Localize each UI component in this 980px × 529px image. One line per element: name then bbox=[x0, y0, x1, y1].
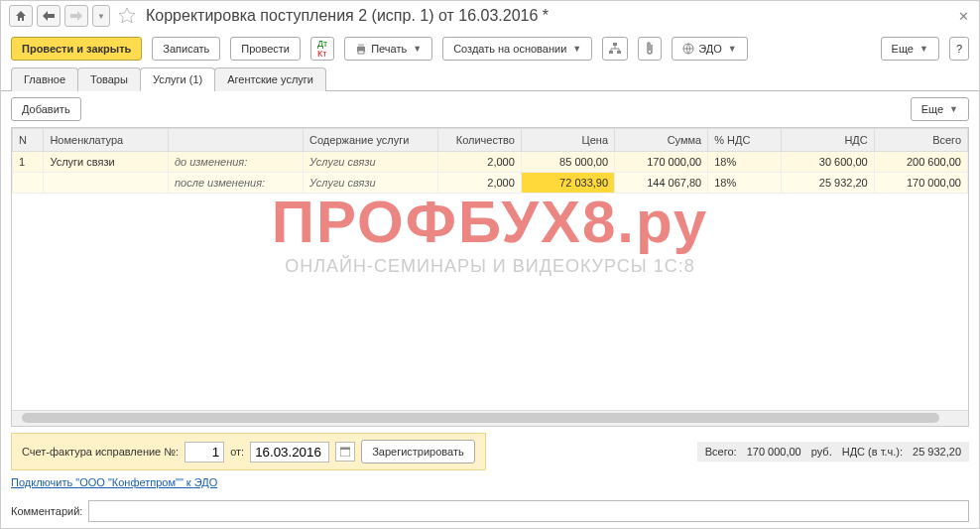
services-table[interactable]: N Номенклатура Содержание услуги Количес… bbox=[12, 128, 968, 194]
create-based-button[interactable]: Создать на основании▼ bbox=[442, 37, 592, 61]
col-vat[interactable]: НДС bbox=[781, 129, 874, 152]
post-and-close-button[interactable]: Провести и закрыть bbox=[11, 37, 142, 61]
forward-button[interactable] bbox=[64, 5, 88, 27]
svg-rect-1 bbox=[358, 44, 364, 47]
col-price[interactable]: Цена bbox=[521, 129, 614, 152]
close-icon[interactable]: ✕ bbox=[958, 9, 969, 24]
col-sum[interactable]: Сумма bbox=[615, 129, 708, 152]
col-desc[interactable]: Содержание услуги bbox=[304, 129, 438, 152]
sf-date-input[interactable] bbox=[250, 442, 329, 463]
edo-button[interactable]: ЭДО▼ bbox=[672, 37, 747, 61]
comment-label: Комментарий: bbox=[11, 505, 82, 517]
more-button[interactable]: Еще▼ bbox=[881, 37, 939, 61]
add-button[interactable]: Добавить bbox=[11, 97, 81, 121]
tab-agent[interactable]: Агентские услуги bbox=[214, 67, 326, 91]
nav-dropdown[interactable]: ▼ bbox=[92, 5, 110, 27]
col-total[interactable]: Всего bbox=[874, 129, 967, 152]
col-nomen[interactable]: Номенклатура bbox=[44, 129, 169, 152]
active-cell[interactable]: 72 033,90 bbox=[521, 173, 614, 194]
table-row-after[interactable]: после изменения: Услуги связи 2,000 72 0… bbox=[13, 173, 968, 194]
calendar-button[interactable] bbox=[335, 442, 355, 462]
svg-rect-8 bbox=[340, 448, 350, 450]
tab-goods[interactable]: Товары bbox=[77, 67, 141, 91]
horizontal-scrollbar[interactable] bbox=[12, 410, 968, 426]
watermark: ПРОФБУХ8.ру ОНЛАЙН-СЕМИНАРЫ И ВИДЕОКУРСЫ… bbox=[12, 188, 968, 277]
save-button[interactable]: Записать bbox=[152, 37, 220, 61]
comment-input[interactable] bbox=[88, 500, 969, 522]
svg-rect-2 bbox=[358, 51, 364, 54]
home-button[interactable] bbox=[9, 5, 33, 27]
svg-rect-3 bbox=[613, 43, 617, 46]
help-button[interactable]: ? bbox=[949, 37, 969, 61]
svg-rect-4 bbox=[609, 51, 613, 54]
col-state[interactable] bbox=[168, 129, 303, 152]
date-label: от: bbox=[230, 446, 244, 458]
col-vatp[interactable]: % НДС bbox=[708, 129, 781, 152]
back-button[interactable] bbox=[37, 5, 61, 27]
col-qty[interactable]: Количество bbox=[438, 129, 522, 152]
attach-button[interactable] bbox=[638, 37, 662, 61]
edo-connect-link[interactable]: Подключить "ООО "Конфетпром"" к ЭДО bbox=[11, 476, 969, 488]
structure-button[interactable] bbox=[602, 37, 628, 61]
table-row-before[interactable]: 1 Услуги связи до изменения: Услуги связ… bbox=[13, 152, 968, 173]
sf-number-input[interactable] bbox=[184, 442, 224, 463]
totals-panel: Всего: 170 000,00 руб. НДС (в т.ч.): 25 … bbox=[697, 442, 969, 462]
post-button[interactable]: Провести bbox=[230, 37, 301, 61]
sf-label: Счет-фактура исправление №: bbox=[22, 446, 179, 458]
svg-rect-5 bbox=[617, 51, 621, 54]
favorite-icon[interactable] bbox=[118, 7, 136, 25]
tab-services[interactable]: Услуги (1) bbox=[140, 67, 215, 91]
col-n[interactable]: N bbox=[13, 129, 44, 152]
tab-main[interactable]: Главное bbox=[11, 67, 78, 91]
grid-more-button[interactable]: Еще▼ bbox=[911, 97, 969, 121]
dtkt-button[interactable]: ДтКт bbox=[310, 37, 334, 61]
register-button[interactable]: Зарегистрировать bbox=[361, 440, 475, 463]
window-title: Корректировка поступления 2 (испр. 1) от… bbox=[146, 7, 549, 25]
print-button[interactable]: Печать▼ bbox=[344, 37, 432, 61]
